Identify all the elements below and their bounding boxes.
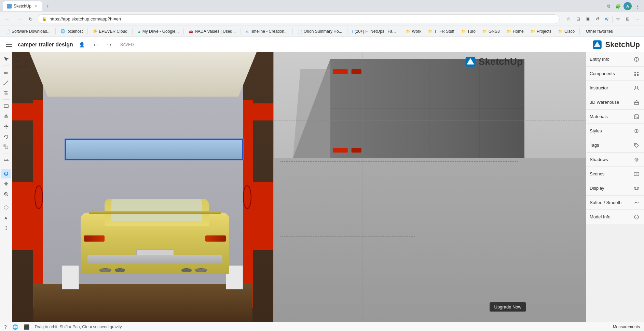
help-icon[interactable]: ? [4,324,7,330]
undo-button[interactable]: ↩ [91,40,100,49]
styles-icon[interactable] [632,127,641,135]
bookmark-orion[interactable]: 📄 Orion Summary Ho... [295,28,345,35]
canvas-area[interactable]: x84 10'×10' ×28×104 [12,52,586,322]
hamburger-menu-button[interactable] [4,40,14,49]
svg-marker-37 [293,69,330,158]
panel-tags[interactable]: Tags [586,138,644,153]
screen-capture-button[interactable]: ▣ [584,15,592,23]
bookmark-nada[interactable]: 🚗 NADA Values | Used... [186,28,238,35]
exhaust-left [99,268,111,272]
horizon-line [274,120,586,121]
tape-measure-tool[interactable] [1,156,11,165]
bookmark-folder-gns3[interactable]: 📁 GNS3 [480,28,503,35]
tool-divider [3,66,10,66]
ms-edge-icon[interactable]: ẃ [603,15,611,23]
panel-entity-info[interactable]: Entity Info [586,52,644,67]
viewport-divider[interactable] [273,52,274,322]
rear-bumper [87,255,222,264]
extensions-button[interactable]: 🧩 [614,2,622,10]
entity-info-settings-icon[interactable] [632,55,641,63]
panel-components[interactable]: Components [586,67,644,81]
warehouse-icon[interactable] [632,98,641,106]
user-account-button[interactable]: 👤 [77,40,87,49]
bookmark-software-download[interactable]: 📄 Software Download... [3,28,53,35]
panel-scenes[interactable]: Scenes [586,167,644,181]
bookmark-folder-cisco[interactable]: 📁 Cisco [556,28,577,35]
red-accent-right-bottom [251,182,274,250]
bookmark-ftnetops[interactable]: f (20+) FTNetOps | Fa... [350,28,399,35]
move-tool[interactable] [1,122,11,131]
scenes-icon[interactable] [632,170,641,178]
bookmark-epever[interactable]: ☀️ EPEVER Cloud [90,28,130,35]
soften-icon[interactable] [632,199,641,207]
bookmark-label: Projects [537,29,551,34]
text-tool[interactable]: A [1,213,11,222]
collections-button[interactable]: ⊞ [624,15,632,23]
instructor-icon[interactable] [632,84,641,92]
scale-tool[interactable] [1,142,11,152]
redo-button[interactable]: ↪ [105,40,114,49]
reading-mode-button[interactable]: ⊟ [574,15,582,23]
orbit-tool[interactable] [1,169,11,178]
paint-bucket-tool[interactable] [1,88,11,98]
panel-soften-smooth[interactable]: Soften / Smooth [586,196,644,210]
bookmark-star-button[interactable]: ☆ [564,15,573,23]
left-viewport[interactable]: x84 10'×10' ×28×104 [12,52,274,322]
components-icon[interactable] [632,70,641,78]
zoom-tool[interactable] [1,189,11,199]
eraser-tool[interactable] [1,68,11,77]
select-tool[interactable] [1,54,11,64]
address-bar[interactable]: 🔒 https://app.sketchup.com/app?hl=en [38,14,560,24]
model-info-icon[interactable]: i [632,213,641,221]
browser-menu-button[interactable]: ⋮ [633,2,641,10]
restore-window-button[interactable]: ⧉ [604,2,613,10]
panel-materials[interactable]: Materials [586,110,644,124]
right-viewport[interactable]: SketchUp [274,52,586,322]
panel-model-info[interactable]: Model Info i [586,210,644,224]
push-pull-tool[interactable] [1,112,11,121]
rectangle-tool[interactable] [1,101,11,111]
bookmark-folder-work[interactable]: 📁 Work [403,28,424,35]
upgrade-now-button[interactable]: Upgrade Now [490,302,526,312]
display-icon[interactable] [632,184,641,192]
bookmark-google-drive[interactable]: ▲ My Drive - Google... [135,28,182,35]
back-button[interactable]: ← [3,14,12,24]
panel-styles[interactable]: Styles [586,124,644,138]
globe-icon[interactable]: 🌐 [12,324,18,330]
shadows-icon[interactable] [632,156,641,164]
mattress-selected[interactable] [65,139,243,160]
update-button[interactable]: ↺ [593,15,601,23]
more-tools[interactable] [1,223,11,233]
new-tab-button[interactable]: + [43,1,53,11]
bookmarks-more-button[interactable]: Other favorites [583,28,616,35]
section-plane-tool[interactable] [1,203,11,212]
forward-button[interactable]: → [14,14,24,24]
bookmark-folder-projects[interactable]: 📁 Projects [528,28,554,35]
reload-button[interactable]: ↻ [26,14,36,24]
pan-tool[interactable] [1,179,11,189]
favorites-button[interactable]: ☆ [614,15,622,23]
profile-avatar[interactable]: A [624,2,632,10]
panel-instructor[interactable]: Instructor [586,81,644,95]
pencil-tool[interactable] [1,78,11,87]
bookmark-localhost[interactable]: 🌐 localhost [58,28,85,35]
bookmark-folder-turo[interactable]: 📁 Turo [458,28,478,35]
svg-rect-51 [634,72,636,73]
panel-shadows[interactable]: Shadows [586,153,644,167]
profile-button[interactable]: A [624,2,632,10]
cube-icon[interactable]: ⬛ [24,324,29,330]
panel-3d-warehouse[interactable]: 3D Warehouse [586,95,644,110]
camper-scene: x84 10'×10' ×28×104 [12,52,274,322]
bookmark-timeline[interactable]: △ Timeline - Creation... [243,28,290,35]
materials-icon[interactable] [632,113,641,121]
sketchup-logo: SketchUp [592,39,640,50]
panel-display[interactable]: Display [586,181,644,196]
bookmark-folder-ttfr[interactable]: 📁 TTFR Stuff [425,28,457,35]
tab-close-button[interactable]: × [33,4,38,9]
rotate-tool[interactable] [1,132,11,142]
tags-icon[interactable] [632,141,641,149]
bookmark-favicon: ▲ [137,29,141,33]
active-tab[interactable]: SketchUp × [3,1,42,11]
bookmark-folder-home[interactable]: 📁 Home [504,28,526,35]
browser-settings-button[interactable]: ⋯ [633,15,641,23]
